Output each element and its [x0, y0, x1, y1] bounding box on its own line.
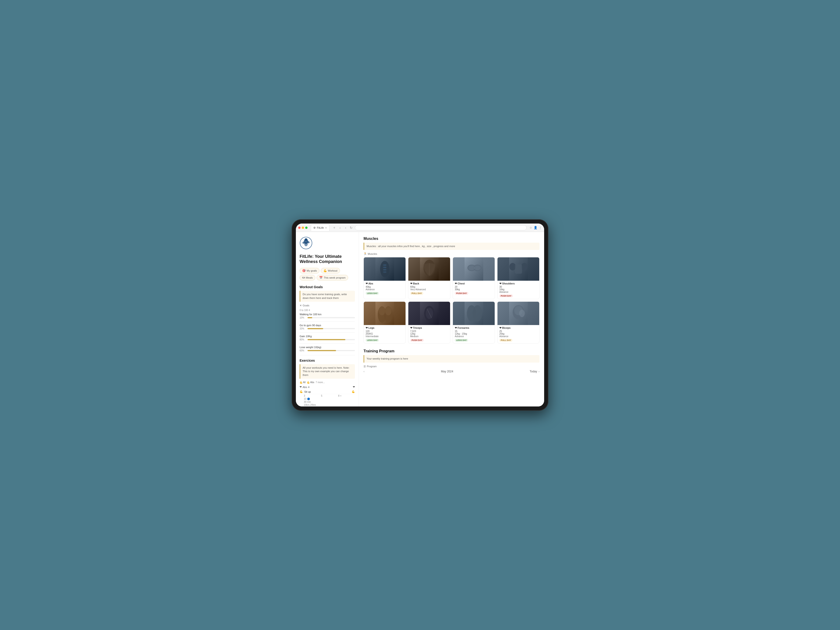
muscle-chest-image: [453, 257, 495, 281]
group-count: 4: [308, 386, 309, 388]
muscle-forearms-weight: 15: [455, 330, 493, 333]
muscle-triceps-tag: PUSH DAY: [410, 339, 424, 342]
goal-lose-bar: [308, 350, 355, 351]
goal-gain-name: Gain 10Kg: [300, 335, 355, 338]
muscle-forearms-image: [453, 302, 495, 325]
exercise-group-header: ❤ Abs 4 ❤: [300, 385, 355, 388]
goal-walking-name: Walking for 100 km: [300, 313, 355, 316]
close-button[interactable]: [298, 227, 300, 229]
more-icon[interactable]: ⋮: [539, 226, 542, 229]
goal-gym-fill: [308, 328, 323, 329]
svg-rect-23: [515, 264, 522, 274]
goal-walking-fill: [308, 317, 312, 318]
muscle-back-image: [408, 257, 450, 281]
muscle-triceps-image: [408, 302, 450, 325]
tab-my-goals[interactable]: 🎯 My goals: [300, 268, 319, 273]
muscle-card-abs[interactable]: ❤ Abs 40kg Advance LEGS DAY: [363, 257, 406, 299]
muscle-legs-level: Intermediate: [366, 335, 404, 338]
minimize-button[interactable]: [302, 227, 304, 229]
exercise-dumbbell2-icon: 💪: [352, 390, 355, 393]
muscle-chest-info: ❤ Chest 20 30kg PUSH DAY: [453, 281, 495, 296]
filter-abs[interactable]: 💪 Abs: [307, 381, 314, 384]
address-bar[interactable]: [355, 225, 527, 230]
svg-rect-11: [383, 272, 387, 273]
muscle-abs-info: ❤ Abs 40kg Advance LEGS DAY: [364, 281, 406, 296]
muscle-triceps-name: ❤ Triceps: [410, 327, 448, 330]
muscle-triceps-info: ❤ Triceps 7,023 12kg Medium PUSH DAY: [408, 325, 450, 343]
tab-my-goals-label: My goals: [306, 269, 317, 272]
muscle-card-shoulders[interactable]: ❤ Shoulders 30 16kg Advance PUSH DAY: [497, 257, 540, 299]
muscle-card-biceps[interactable]: ❤ Biceps 25 25kg Advance PULL DAY: [497, 302, 540, 343]
user-icon[interactable]: 👤: [534, 226, 537, 229]
exercise-row-situp: 💪 Sit up 💪: [300, 390, 355, 394]
muscles-sublabel: 🏃 Muscles: [363, 252, 540, 255]
sets-value: 3: [304, 395, 321, 397]
tab-close-icon[interactable]: ✕: [325, 227, 327, 229]
svg-point-19: [474, 265, 481, 270]
new-tab-icon[interactable]: +: [333, 226, 335, 230]
muscle-legs-info: ❤ Legs 120 250KG Intermediate LEGS DAY: [364, 325, 406, 343]
muscle-abs-tag: LEGS DAY: [366, 292, 379, 295]
today-button[interactable]: Today: [530, 370, 537, 373]
goals-list: Walking for 100 km 10% Go to gym 90 days: [300, 313, 355, 352]
goals-label: ✕ Goals: [300, 304, 355, 307]
refresh-button[interactable]: ↻: [349, 226, 354, 230]
exercise-dumbbell-icon: 💪: [300, 390, 303, 393]
muscle-triceps-weight: 7,023: [410, 330, 448, 333]
muscle-legs-image: [364, 302, 406, 325]
muscle-card-chest[interactable]: ❤ Chest 20 30kg PUSH DAY: [453, 257, 495, 299]
muscle-back-level: Very Advanced: [410, 288, 448, 291]
muscle-card-back[interactable]: ❤ Back 60kg Very Advanced PULL DAY: [408, 257, 450, 299]
muscle-biceps-tag: PULL DAY: [499, 339, 512, 342]
muscle-card-legs[interactable]: ❤ Legs 120 250KG Intermediate LEGS DAY: [363, 302, 406, 343]
muscle-chest-weight: 20: [455, 286, 493, 288]
calendar-next[interactable]: ›: [538, 370, 540, 373]
calendar-prev[interactable]: ‹: [363, 370, 365, 373]
tab-icon: ⚙: [313, 226, 316, 229]
muscle-chest-name: ❤ Chest: [455, 282, 493, 285]
back-button[interactable]: ‹: [338, 226, 342, 230]
goal-gain-bar: [308, 339, 355, 340]
svg-point-4: [304, 242, 308, 246]
browser-bar: ⚙ FitLife ✕ + ‹ › ↻ ☆ 👤 ⋮: [296, 224, 544, 232]
goal-gym-pct: 33%: [300, 327, 306, 330]
tab-meals[interactable]: 🍽 Meals: [300, 275, 315, 281]
muscle-card-forearms[interactable]: ❤ Forearms 15 12kg - 15kg Advance LEGS D…: [453, 302, 495, 343]
muscle-legs-name: ❤ Legs: [366, 327, 404, 330]
app-title: FitLife: Your Ultimate Wellness Companio…: [300, 254, 355, 264]
maximize-button[interactable]: [305, 227, 308, 229]
filter-all[interactable]: 💪 All: [300, 381, 305, 384]
exercises-info: All your workouts you need is here. Note…: [300, 364, 355, 379]
group-expand-icon[interactable]: ❤: [353, 385, 355, 388]
bookmark-icon[interactable]: ☆: [529, 226, 532, 229]
exercises-title: Exercices: [300, 358, 355, 362]
svg-point-18: [468, 265, 475, 270]
goal-lose-pct: 60%: [300, 349, 306, 352]
muscle-shoulders-info: ❤ Shoulders 30 16kg Advance PUSH DAY: [497, 281, 539, 299]
forward-button[interactable]: ›: [343, 226, 348, 230]
muscle-shoulders-tag: PUSH DAY: [499, 294, 513, 297]
goal-lose-fill: [308, 350, 336, 351]
muscle-shoulders-name: ❤ Shoulders: [499, 282, 537, 285]
calendar-month: May 2024: [441, 370, 453, 373]
exercise-details: 3 5 8 + 10 🔵 30 min 10km,20km: [300, 394, 355, 406]
goal-gym-name: Go to gym 90 days: [300, 324, 355, 327]
tab-this-week-program[interactable]: 📅 This week program: [317, 275, 348, 281]
muscle-legs-tag: LEGS DAY: [366, 339, 379, 342]
my-goals-icon: 🎯: [302, 269, 306, 272]
muscle-chest-weight2: 30kg: [455, 288, 493, 291]
workout-goals-title: Workout Goals: [300, 285, 355, 289]
muscle-card-triceps[interactable]: ❤ Triceps 7,023 12kg Medium PUSH DAY: [408, 302, 450, 343]
muscle-forearms-weight2: 12kg - 15kg: [455, 333, 493, 335]
tab-this-week-label: This week program: [324, 276, 346, 279]
filter-more[interactable]: 7 more...: [316, 381, 325, 384]
content-area: FitLife: Your Ultimate Wellness Companio…: [296, 232, 544, 406]
goal-gym-bar: [308, 328, 355, 329]
muscle-abs-weight: 40kg: [366, 286, 404, 288]
browser-tab[interactable]: ⚙ FitLife ✕: [311, 224, 330, 231]
goal-item-gain: Gain 10Kg 80%: [300, 335, 355, 341]
muscle-back-weight: 60kg: [410, 286, 448, 288]
tab-workout[interactable]: 💪 Workout: [321, 268, 340, 273]
muscle-forearms-tag: LEGS DAY: [455, 339, 468, 342]
goals-icon: ✕: [300, 304, 302, 307]
